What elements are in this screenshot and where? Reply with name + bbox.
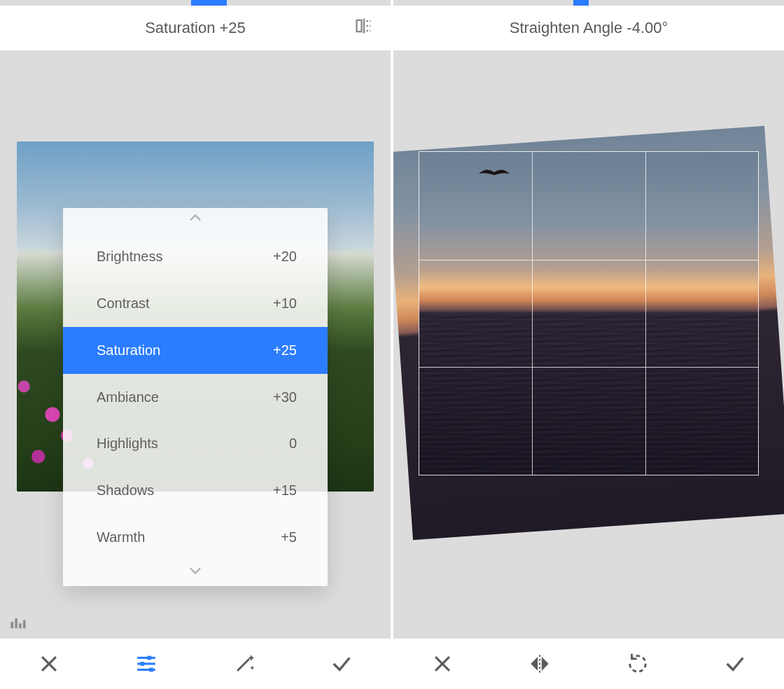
bird-silhouette (479, 168, 510, 179)
svg-rect-5 (11, 622, 14, 628)
header-bar: Straighten Angle -4.00° (393, 6, 784, 50)
header-title: Saturation +25 (145, 19, 246, 37)
svg-rect-7 (19, 623, 21, 628)
angle-slider-track[interactable] (393, 0, 784, 6)
histogram-icon[interactable] (8, 612, 28, 634)
adjustment-label: Highlights (97, 436, 158, 452)
adjustment-label: Contrast (97, 295, 150, 312)
auto-adjust-button[interactable] (225, 644, 264, 683)
angle-slider-thumb[interactable] (573, 0, 589, 6)
confirm-button[interactable] (715, 644, 755, 683)
value-slider-thumb[interactable] (191, 0, 226, 6)
check-icon (723, 652, 747, 676)
crop-frame[interactable] (419, 151, 759, 475)
tune-image-screen: Saturation +25 Brightness+ (0, 0, 392, 689)
svg-rect-14 (148, 656, 152, 660)
image-preview-area[interactable] (393, 50, 784, 639)
image-preview-area[interactable]: Brightness+20Contrast+10Saturation+25Amb… (0, 50, 391, 639)
adjustment-row-saturation[interactable]: Saturation+25 (63, 327, 328, 374)
tune-tool-button[interactable] (127, 644, 166, 683)
bottom-toolbar (393, 639, 784, 689)
adjustment-label: Saturation (97, 342, 160, 359)
close-icon (37, 652, 61, 676)
adjustment-row-highlights[interactable]: Highlights0 (63, 420, 328, 467)
magic-wand-icon (232, 652, 256, 676)
adjustment-value: +25 (273, 342, 297, 359)
chevron-down-icon[interactable] (63, 561, 328, 586)
svg-rect-15 (141, 662, 145, 666)
cancel-button[interactable] (423, 644, 462, 683)
tune-icon (134, 652, 158, 676)
svg-rect-0 (357, 20, 362, 32)
adjustment-label: Brightness (97, 249, 163, 265)
adjustment-value: +30 (273, 389, 297, 405)
adjustment-row-contrast[interactable]: Contrast+10 (63, 280, 328, 327)
adjustment-row-brightness[interactable]: Brightness+20 (63, 233, 328, 280)
adjustment-menu[interactable]: Brightness+20Contrast+10Saturation+25Amb… (63, 208, 328, 586)
cancel-button[interactable] (29, 644, 69, 683)
bottom-toolbar (0, 639, 391, 689)
rotate-ccw-icon (626, 652, 650, 676)
straighten-screen: Straighten Angle -4.00° (392, 0, 784, 689)
adjustment-row-warmth[interactable]: Warmth+5 (63, 514, 328, 561)
confirm-button[interactable] (322, 644, 361, 683)
rule-of-thirds-grid (419, 151, 759, 475)
svg-rect-6 (15, 618, 18, 628)
header-bar: Saturation +25 (0, 6, 391, 50)
adjustment-value: +5 (281, 529, 297, 545)
compare-before-after-icon[interactable] (354, 16, 374, 40)
adjustment-value: 0 (289, 436, 297, 452)
check-icon (330, 652, 354, 676)
svg-marker-21 (542, 657, 549, 671)
value-slider-track[interactable] (0, 0, 391, 6)
adjustment-row-shadows[interactable]: Shadows+15 (63, 467, 328, 514)
adjustment-value: +15 (273, 482, 297, 499)
rotate-button[interactable] (618, 644, 657, 683)
flip-button[interactable] (520, 644, 559, 683)
adjustment-label: Shadows (97, 482, 154, 499)
adjustment-row-ambiance[interactable]: Ambiance+30 (63, 374, 328, 421)
adjustment-value: +10 (273, 295, 297, 312)
svg-rect-8 (23, 620, 26, 629)
header-title: Straighten Angle -4.00° (510, 19, 668, 37)
svg-marker-20 (531, 657, 538, 671)
adjustment-label: Ambiance (97, 389, 159, 405)
close-icon (430, 652, 454, 676)
svg-line-17 (237, 659, 249, 671)
adjustment-label: Warmth (97, 529, 145, 545)
chevron-up-icon[interactable] (63, 208, 328, 233)
flip-horizontal-icon (528, 652, 552, 676)
svg-rect-16 (150, 668, 154, 672)
straighten-preview[interactable] (399, 139, 778, 527)
adjustment-value: +20 (273, 249, 297, 265)
